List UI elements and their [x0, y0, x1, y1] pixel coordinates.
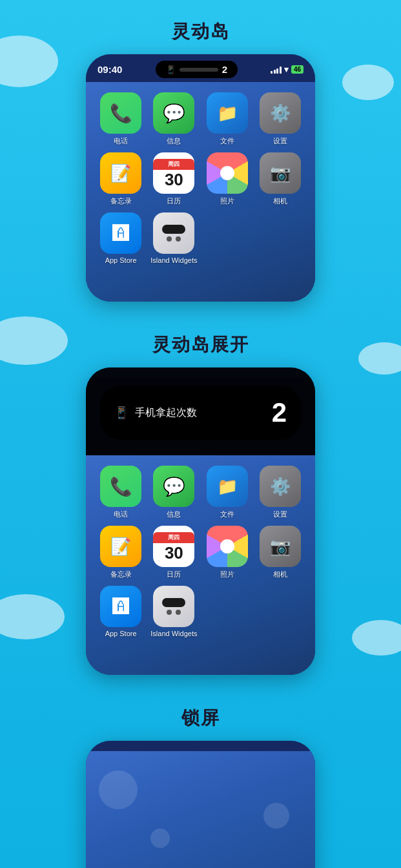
app-messages-2[interactable]: 💬 信息: [149, 466, 198, 519]
app-notes-2[interactable]: 📝 备忘录: [96, 526, 145, 579]
di-expanded-label: 手机拿起次数: [135, 406, 197, 420]
calendar-label-2: 日历: [167, 570, 181, 579]
app-phone[interactable]: 📞 电话: [96, 92, 145, 146]
lock-screen: 📱 手机拿起次数 2 🔦 🪪 工作: [86, 751, 315, 868]
island-pill-shape: [162, 225, 185, 234]
app-island-widgets[interactable]: Island Widgets: [149, 212, 198, 264]
app-settings-2[interactable]: ⚙️ 设置: [256, 466, 305, 519]
files-label: 文件: [220, 136, 234, 146]
calendar-icon: 周四 30: [153, 152, 194, 194]
notes-label: 备忘录: [110, 196, 132, 206]
calendar-icon-2: 周四 30: [153, 526, 194, 567]
di-expanded-phone-icon: 📱: [114, 406, 129, 420]
app-photos-2[interactable]: 照片: [203, 526, 252, 579]
phone-icon: 📞: [100, 92, 141, 134]
phone-label-2: 电话: [114, 510, 128, 519]
appstore-icon: 🅰: [100, 212, 141, 254]
island-pill-2: [162, 598, 185, 607]
messages-icon-2: 💬: [153, 466, 194, 507]
bokeh-1: [99, 770, 138, 809]
files-label-2: 文件: [220, 510, 234, 519]
app-appstore-2[interactable]: 🅰 App Store: [96, 586, 145, 637]
camera-label: 相机: [273, 196, 287, 206]
appstore-label: App Store: [105, 256, 137, 264]
files-icon-2: 📁: [207, 466, 248, 507]
app-files-2[interactable]: 📁 文件: [203, 466, 252, 519]
di-progress-bar: [180, 68, 218, 72]
di-expanded-count: 2: [272, 397, 287, 428]
calendar-date: 30: [165, 171, 183, 188]
dynamic-island-pill: 📱 2: [156, 61, 238, 78]
di-phone-icon: 📱: [166, 65, 176, 74]
island-widgets-icon-2: [153, 586, 194, 627]
signal-icon: [271, 66, 282, 74]
phone-frame-2: 📱 手机拿起次数 2 📞 电话 💬 信息: [86, 367, 315, 675]
appstore-label-2: App Store: [105, 630, 137, 637]
settings-label: 设置: [273, 136, 287, 146]
status-bar-lock: [86, 741, 315, 751]
section2-title: 灵动岛展开: [152, 333, 249, 357]
section-dynamic-island: 灵动岛 09:40 📱 2 ▾ 46: [0, 19, 401, 325]
island-dot-row: [167, 236, 181, 242]
cloud-decoration-2: [342, 65, 394, 100]
section1-title: 灵动岛: [172, 19, 230, 44]
di-count-badge: 2: [222, 64, 227, 75]
photos-icon: [207, 152, 248, 194]
notes-label-2: 备忘录: [110, 570, 132, 579]
app-island-widgets-2[interactable]: Island Widgets: [149, 586, 198, 637]
phone-label: 电话: [114, 136, 128, 146]
section3-title: 锁屏: [181, 706, 220, 730]
phone-icon-2: 📞: [100, 466, 141, 507]
wifi-icon: ▾: [284, 65, 289, 74]
settings-icon: ⚙️: [260, 92, 301, 134]
calendar-label: 日历: [167, 196, 181, 206]
messages-label-2: 信息: [167, 510, 181, 519]
app-camera[interactable]: 📷 相机: [256, 152, 305, 206]
island-dot-row-2: [167, 610, 181, 615]
app-camera-2[interactable]: 📷 相机: [256, 526, 305, 579]
status-right-1: ▾ 46: [271, 65, 303, 74]
appstore-icon-2: 🅰: [100, 586, 141, 627]
section-dynamic-island-expanded: 灵动岛展开 📱 手机拿起次数 2 📞 电话: [0, 333, 401, 698]
photos-icon-2: [207, 526, 248, 567]
calendar-date-2: 30: [165, 544, 183, 561]
di-left: 📱 手机拿起次数: [114, 406, 197, 420]
phone-frame-1: 09:40 📱 2 ▾ 46 📞: [86, 54, 315, 302]
app-calendar-2[interactable]: 周四 30 日历: [149, 526, 198, 579]
app-calendar[interactable]: 周四 30 日历: [149, 152, 198, 206]
app-messages[interactable]: 💬 信息: [149, 92, 198, 146]
status-time-1: 09:40: [98, 64, 122, 75]
app-notes[interactable]: 📝 备忘录: [96, 152, 145, 206]
camera-label-2: 相机: [273, 570, 287, 579]
camera-icon: 📷: [260, 152, 301, 194]
app-appstore[interactable]: 🅰 App Store: [96, 212, 145, 264]
island-widgets-icon: [153, 212, 194, 254]
app-files[interactable]: 📁 文件: [203, 92, 252, 146]
home-screen-2: 📞 电话 💬 信息 📁 文件: [86, 455, 315, 675]
photos-center: [220, 166, 234, 180]
photos-label: 照片: [220, 196, 234, 206]
notes-icon: 📝: [100, 152, 141, 194]
calendar-day: 周四: [153, 159, 194, 170]
app-phone-2[interactable]: 📞 电话: [96, 466, 145, 519]
status-bar-1: 09:40 📱 2 ▾ 46: [86, 54, 315, 82]
photos-label-2: 照片: [220, 570, 234, 579]
di-expanded-container: 📱 手机拿起次数 2: [86, 378, 315, 455]
bokeh-2: [263, 803, 289, 829]
phone-frame-3: 📱 手机拿起次数 2 🔦 🪪 工作: [86, 741, 315, 868]
messages-label: 信息: [167, 136, 181, 146]
battery-badge: 46: [291, 65, 303, 74]
island-widgets-label: Island Widgets: [150, 256, 197, 264]
dynamic-island-expanded: 📱 手机拿起次数 2: [100, 386, 301, 440]
photos-center-2: [220, 539, 234, 553]
app-settings[interactable]: ⚙️ 设置: [256, 92, 305, 146]
notes-icon-2: 📝: [100, 526, 141, 567]
calendar-day-2: 周四: [153, 532, 194, 543]
app-grid-2: 📞 电话 💬 信息 📁 文件: [96, 466, 305, 637]
bokeh-3: [150, 829, 170, 848]
app-photos[interactable]: 照片: [203, 152, 252, 206]
settings-icon-2: ⚙️: [260, 466, 301, 507]
files-icon: 📁: [207, 92, 248, 134]
section-lock-screen: 锁屏 📱 手机拿起次数 2: [0, 706, 401, 868]
camera-icon-2: 📷: [260, 526, 301, 567]
